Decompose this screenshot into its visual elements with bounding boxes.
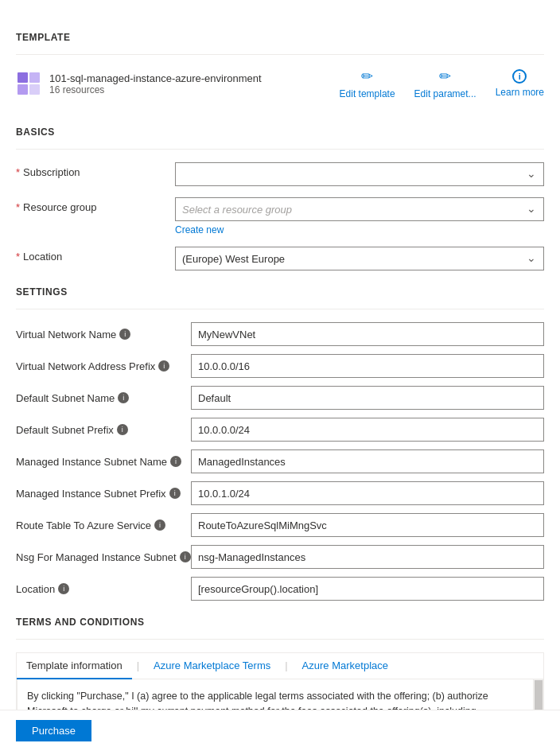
edit-template-button[interactable]: ✏ Edit template bbox=[340, 68, 395, 99]
template-actions: ✏ Edit template ✏ Edit paramet... i Lear… bbox=[340, 68, 544, 99]
mi-subnet-prefix-label-text: Managed Instance Subnet Prefix bbox=[16, 488, 166, 500]
tab-separator-1: | bbox=[132, 653, 144, 679]
template-resources: 16 resources bbox=[49, 84, 262, 95]
learn-more-label: Learn more bbox=[496, 87, 544, 98]
terms-heading: TERMS AND CONDITIONS bbox=[16, 617, 544, 628]
location-required: * bbox=[16, 251, 20, 263]
location-label-text: Location bbox=[23, 251, 62, 263]
template-left: 101-sql-managed-instance-azure-environme… bbox=[16, 71, 262, 96]
template-section: TEMPLATE 101-sql-managed-instance-azure-… bbox=[16, 32, 544, 111]
nsg-info-icon[interactable]: i bbox=[180, 551, 191, 562]
default-subnet-name-label: Default Subnet Name i bbox=[16, 392, 191, 404]
template-icon bbox=[16, 71, 41, 96]
basics-section: BASICS * Subscription * Resource group bbox=[16, 126, 544, 270]
settings-heading: SETTINGS bbox=[16, 286, 544, 298]
resource-group-row: * Resource group Select a resource group… bbox=[16, 197, 544, 235]
edit-params-button[interactable]: ✏ Edit paramet... bbox=[414, 68, 476, 99]
subscription-required: * bbox=[16, 166, 20, 178]
vnet-name-info-icon[interactable]: i bbox=[119, 329, 130, 340]
default-subnet-name-row: Default Subnet Name i bbox=[16, 386, 544, 410]
template-divider bbox=[16, 54, 544, 55]
default-subnet-name-input[interactable] bbox=[191, 386, 544, 410]
mi-subnet-prefix-info-icon[interactable]: i bbox=[169, 488, 181, 499]
settings-divider bbox=[16, 309, 544, 309]
location-setting-label-text: Location bbox=[16, 583, 55, 595]
mi-subnet-name-info-icon[interactable]: i bbox=[170, 456, 181, 467]
mi-subnet-name-label: Managed Instance Subnet Name i bbox=[16, 456, 191, 468]
nsg-row: Nsg For Managed Instance Subnet i bbox=[16, 545, 544, 569]
tab-template-info[interactable]: Template information bbox=[17, 653, 132, 679]
vnet-address-prefix-label: Virtual Network Address Prefix i bbox=[16, 360, 191, 372]
location-label: * Location bbox=[16, 247, 175, 263]
mi-subnet-name-label-text: Managed Instance Subnet Name bbox=[16, 456, 167, 468]
subscription-label: * Subscription bbox=[16, 162, 175, 178]
nsg-label: Nsg For Managed Instance Subnet i bbox=[16, 551, 191, 563]
edit-params-label: Edit paramet... bbox=[414, 88, 476, 99]
vnet-address-prefix-row: Virtual Network Address Prefix i bbox=[16, 354, 544, 378]
route-table-input[interactable] bbox=[191, 513, 544, 537]
location-row: * Location (Europe) West Europe bbox=[16, 247, 544, 270]
learn-more-icon: i bbox=[512, 69, 527, 84]
edit-params-icon: ✏ bbox=[439, 68, 451, 85]
template-heading: TEMPLATE bbox=[16, 32, 544, 43]
vnet-name-label-text: Virtual Network Name bbox=[16, 329, 116, 340]
resource-group-label: * Resource group bbox=[16, 197, 175, 213]
location-setting-label: Location i bbox=[16, 583, 191, 595]
location-setting-row: Location i bbox=[16, 577, 544, 601]
subscription-dropdown[interactable] bbox=[175, 162, 544, 186]
purchase-button[interactable]: Purchase bbox=[16, 720, 91, 741]
subscription-label-text: Subscription bbox=[23, 166, 80, 178]
vnet-name-input[interactable] bbox=[191, 322, 544, 346]
subscription-dropdown-wrapper bbox=[175, 162, 544, 186]
resource-group-required: * bbox=[16, 201, 20, 213]
edit-template-icon: ✏ bbox=[361, 68, 373, 85]
mi-subnet-prefix-row: Managed Instance Subnet Prefix i bbox=[16, 481, 544, 505]
resource-group-label-text: Resource group bbox=[23, 201, 97, 213]
basics-divider bbox=[16, 149, 544, 150]
vnet-name-row: Virtual Network Name i bbox=[16, 322, 544, 346]
tab-separator-2: | bbox=[280, 653, 292, 679]
resource-group-dropdown-wrapper: Select a resource group bbox=[175, 197, 544, 221]
location-setting-input[interactable] bbox=[191, 577, 544, 601]
subscription-control bbox=[175, 162, 544, 186]
mi-subnet-name-row: Managed Instance Subnet Name i bbox=[16, 449, 544, 473]
grid-icon bbox=[18, 72, 40, 95]
create-new-link[interactable]: Create new bbox=[175, 224, 544, 235]
settings-section: SETTINGS Virtual Network Name i Virtual … bbox=[16, 286, 544, 601]
footer-bar: Purchase bbox=[0, 710, 560, 751]
template-name: 101-sql-managed-instance-azure-environme… bbox=[49, 72, 262, 84]
grid-cell-1 bbox=[18, 72, 28, 83]
mi-subnet-prefix-input[interactable] bbox=[191, 481, 544, 505]
template-info: 101-sql-managed-instance-azure-environme… bbox=[49, 72, 262, 95]
edit-template-label: Edit template bbox=[340, 88, 395, 99]
mi-subnet-name-input[interactable] bbox=[191, 449, 544, 473]
default-subnet-prefix-row: Default Subnet Prefix i bbox=[16, 418, 544, 442]
template-header: 101-sql-managed-instance-azure-environme… bbox=[16, 68, 544, 111]
nsg-input[interactable] bbox=[191, 545, 544, 569]
resource-group-dropdown[interactable]: Select a resource group bbox=[175, 197, 544, 221]
vnet-address-prefix-info-icon[interactable]: i bbox=[158, 360, 169, 372]
vnet-address-prefix-label-text: Virtual Network Address Prefix bbox=[16, 360, 155, 372]
learn-more-button[interactable]: i Learn more bbox=[496, 69, 544, 98]
route-table-label: Route Table To Azure Service i bbox=[16, 519, 191, 531]
location-dropdown[interactable]: (Europe) West Europe bbox=[175, 247, 544, 270]
basics-heading: BASICS bbox=[16, 126, 544, 138]
mi-subnet-prefix-label: Managed Instance Subnet Prefix i bbox=[16, 488, 191, 500]
vnet-name-label: Virtual Network Name i bbox=[16, 329, 191, 340]
terms-tabs: Template information | Azure Marketplace… bbox=[17, 653, 543, 679]
grid-cell-4 bbox=[29, 84, 40, 95]
grid-cell-3 bbox=[18, 84, 28, 95]
default-subnet-name-info-icon[interactable]: i bbox=[118, 392, 129, 403]
default-subnet-prefix-info-icon[interactable]: i bbox=[117, 424, 128, 435]
tab-azure-marketplace-terms[interactable]: Azure Marketplace Terms bbox=[144, 653, 280, 679]
tab-azure-marketplace[interactable]: Azure Marketplace bbox=[293, 653, 398, 679]
default-subnet-prefix-label-text: Default Subnet Prefix bbox=[16, 424, 114, 436]
vnet-address-prefix-input[interactable] bbox=[191, 354, 544, 378]
default-subnet-prefix-input[interactable] bbox=[191, 418, 544, 442]
route-table-label-text: Route Table To Azure Service bbox=[16, 519, 151, 531]
route-table-info-icon[interactable]: i bbox=[154, 519, 165, 531]
location-control: (Europe) West Europe bbox=[175, 247, 544, 270]
subscription-row: * Subscription bbox=[16, 162, 544, 186]
default-subnet-name-label-text: Default Subnet Name bbox=[16, 392, 115, 404]
location-setting-info-icon[interactable]: i bbox=[58, 583, 69, 594]
